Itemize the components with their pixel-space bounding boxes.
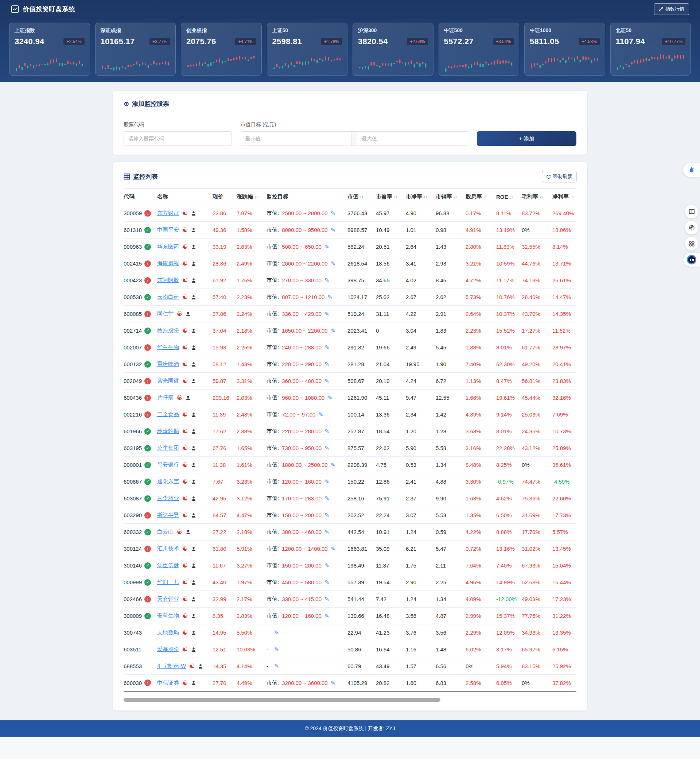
stock-name-link[interactable]: 东方财富 bbox=[157, 210, 179, 217]
edit-pencil-icon[interactable]: ✎ bbox=[325, 243, 329, 250]
taiji-chart-icon[interactable]: ☯ bbox=[182, 227, 188, 233]
max-value-input[interactable] bbox=[357, 131, 468, 146]
edit-pencil-icon[interactable]: ✎ bbox=[325, 310, 329, 317]
stock-name-link[interactable]: 斯达半导 bbox=[157, 512, 179, 519]
stock-name-link[interactable]: 华兰生物 bbox=[157, 344, 179, 351]
stock-name-link[interactable]: 白云山 bbox=[157, 529, 173, 535]
stock-name-link[interactable]: 紫光国微 bbox=[157, 377, 179, 384]
person-icon[interactable] bbox=[191, 462, 196, 468]
stock-name-link[interactable]: 牧原股份 bbox=[157, 327, 179, 334]
taiji-chart-icon[interactable]: ☯ bbox=[182, 462, 188, 468]
sort-arrows-icon[interactable]: ↓↑ bbox=[359, 194, 363, 199]
stock-name-link[interactable]: 华润三九 bbox=[157, 579, 179, 586]
stock-name-link[interactable]: 中信证券 bbox=[157, 679, 179, 686]
person-icon[interactable] bbox=[191, 647, 196, 652]
person-icon[interactable] bbox=[191, 412, 196, 417]
person-icon[interactable] bbox=[198, 664, 203, 669]
edit-pencil-icon[interactable]: ✎ bbox=[325, 444, 329, 452]
taiji-chart-icon[interactable]: ☯ bbox=[182, 361, 188, 367]
stock-name-link[interactable]: 同仁堂 bbox=[157, 310, 173, 317]
sort-arrows-icon[interactable]: ↓↑ bbox=[394, 194, 397, 199]
edit-pencil-icon[interactable]: ✎ bbox=[325, 612, 329, 619]
edit-pencil-icon[interactable]: ✎ bbox=[331, 227, 336, 233]
person-icon[interactable] bbox=[191, 513, 196, 518]
sort-arrows-icon[interactable]: ↓↑ bbox=[509, 195, 513, 200]
person-icon[interactable] bbox=[191, 680, 196, 685]
column-header[interactable]: 市净率↓↑ bbox=[406, 193, 436, 200]
column-header[interactable]: 涨跌幅↓↑ bbox=[237, 193, 267, 200]
stock-name-link[interactable]: 重庆啤酒 bbox=[157, 361, 179, 368]
stock-name-link[interactable]: 汇宇制药-W bbox=[157, 663, 186, 670]
edit-pencil-icon[interactable]: ✎ bbox=[331, 679, 336, 686]
edit-pencil-icon[interactable]: ✎ bbox=[325, 596, 329, 603]
taiji-chart-icon[interactable]: ☯ bbox=[182, 412, 188, 418]
edit-pencil-icon[interactable]: ✎ bbox=[274, 663, 279, 670]
taiji-chart-icon[interactable]: ☯ bbox=[182, 629, 188, 636]
person-icon[interactable] bbox=[191, 563, 196, 568]
edit-pencil-icon[interactable]: ✎ bbox=[327, 394, 332, 401]
edit-pencil-icon[interactable]: ✎ bbox=[325, 495, 329, 502]
edit-pencil-icon[interactable]: ✎ bbox=[331, 260, 336, 267]
sort-arrows-icon[interactable]: ↓↑ bbox=[423, 194, 427, 199]
person-icon[interactable] bbox=[191, 379, 196, 384]
edit-pencil-icon[interactable]: ✎ bbox=[325, 344, 329, 351]
column-header[interactable]: 净利率↓↑ bbox=[552, 193, 577, 200]
stock-name-link[interactable]: 公牛集团 bbox=[157, 444, 179, 452]
stock-name-link[interactable]: 中国平安 bbox=[157, 227, 179, 233]
person-icon[interactable] bbox=[191, 429, 196, 434]
edit-pencil-icon[interactable]: ✎ bbox=[318, 411, 323, 418]
edit-pencil-icon[interactable]: ✎ bbox=[325, 512, 329, 519]
column-header[interactable]: 市盈率↓↑ bbox=[376, 193, 406, 200]
stock-name-link[interactable]: 通化东宝 bbox=[157, 478, 179, 485]
stock-name-link[interactable]: 玲珑轮胎 bbox=[157, 428, 179, 435]
water-drop-widget[interactable] bbox=[683, 163, 700, 177]
stock-name-link[interactable]: 片仔癀 bbox=[157, 394, 173, 401]
force-refresh-button[interactable]: 强制刷新 bbox=[542, 171, 577, 182]
app-grid-widget[interactable] bbox=[685, 237, 698, 250]
person-icon[interactable] bbox=[191, 613, 196, 618]
person-icon[interactable] bbox=[191, 228, 196, 233]
taiji-chart-icon[interactable]: ☯ bbox=[182, 646, 188, 653]
edit-pencil-icon[interactable]: ✎ bbox=[331, 327, 336, 334]
add-button[interactable]: + 添加 bbox=[477, 131, 577, 146]
taiji-chart-icon[interactable]: ☯ bbox=[182, 277, 188, 283]
taiji-chart-icon[interactable]: ☯ bbox=[182, 260, 188, 267]
taiji-chart-icon[interactable]: ☯ bbox=[182, 294, 188, 300]
sort-arrows-icon[interactable]: ↓↑ bbox=[254, 194, 258, 199]
taiji-chart-icon[interactable]: ☯ bbox=[189, 663, 195, 669]
stock-name-link[interactable]: 华东医药 bbox=[157, 243, 179, 250]
edit-pencil-icon[interactable]: ✎ bbox=[331, 462, 336, 468]
person-icon[interactable] bbox=[191, 580, 196, 585]
edit-pencil-icon[interactable]: ✎ bbox=[325, 579, 329, 586]
sort-arrows-icon[interactable]: ↓↑ bbox=[539, 194, 543, 199]
stock-name-link[interactable]: 汤臣倍健 bbox=[157, 562, 179, 569]
person-icon[interactable] bbox=[191, 597, 196, 602]
taiji-chart-icon[interactable]: ☯ bbox=[182, 244, 188, 250]
edit-pencil-icon[interactable]: ✎ bbox=[325, 361, 329, 368]
edit-pencil-icon[interactable]: ✎ bbox=[325, 428, 329, 435]
person-icon[interactable] bbox=[191, 496, 196, 501]
stock-name-link[interactable]: 平安银行 bbox=[157, 462, 179, 468]
person-icon[interactable] bbox=[191, 362, 196, 367]
edit-pencil-icon[interactable]: ✎ bbox=[325, 478, 329, 485]
person-icon[interactable] bbox=[191, 630, 196, 635]
stock-code-input[interactable] bbox=[123, 131, 232, 146]
taiji-chart-icon[interactable]: ☯ bbox=[182, 579, 188, 585]
taiji-chart-icon[interactable]: ☯ bbox=[182, 378, 188, 384]
taiji-chart-icon[interactable]: ☯ bbox=[182, 596, 188, 602]
edit-pencil-icon[interactable]: ✎ bbox=[325, 377, 329, 384]
taiji-chart-icon[interactable]: ☯ bbox=[177, 394, 182, 401]
taiji-chart-icon[interactable]: ☯ bbox=[182, 680, 188, 686]
column-header[interactable]: 市销率↓↑ bbox=[436, 193, 466, 200]
stock-name-link[interactable]: 东阿阿胶 bbox=[157, 277, 179, 284]
taiji-chart-icon[interactable]: ☯ bbox=[182, 479, 188, 485]
stock-name-link[interactable]: 安科生物 bbox=[157, 612, 179, 619]
person-icon[interactable] bbox=[191, 345, 196, 350]
taiji-chart-icon[interactable]: ☯ bbox=[182, 327, 188, 334]
stock-name-link[interactable]: 甘李药业 bbox=[157, 495, 179, 502]
edit-pencil-icon[interactable]: ✎ bbox=[274, 646, 279, 653]
taiji-chart-icon[interactable]: ☯ bbox=[182, 210, 188, 216]
person-icon[interactable] bbox=[191, 328, 196, 333]
person-icon[interactable] bbox=[191, 261, 196, 266]
taiji-chart-icon[interactable]: ☯ bbox=[177, 311, 182, 317]
